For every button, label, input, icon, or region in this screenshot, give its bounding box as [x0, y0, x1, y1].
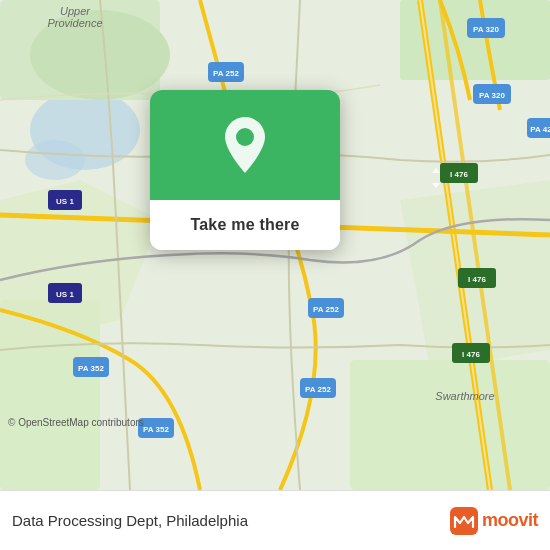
svg-text:I 476: I 476 [462, 350, 480, 359]
map-container: PA 252 PA 320 PA 320 PA 42 I 476 I 476 I… [0, 0, 550, 490]
svg-text:PA 252: PA 252 [213, 69, 239, 78]
svg-text:PA 320: PA 320 [479, 91, 505, 100]
svg-text:PA 320: PA 320 [473, 25, 499, 34]
location-text: Data Processing Dept, Philadelphia [12, 512, 248, 529]
svg-text:PA 352: PA 352 [143, 425, 169, 434]
svg-text:I 476: I 476 [468, 275, 486, 284]
svg-text:PA 252: PA 252 [313, 305, 339, 314]
svg-text:I 476: I 476 [450, 170, 468, 179]
take-me-there-button[interactable]: Take me there [150, 200, 340, 250]
svg-text:PA 42: PA 42 [530, 125, 550, 134]
attribution-text: © OpenStreetMap contributors [8, 417, 144, 428]
svg-text:Swarthmore: Swarthmore [435, 390, 494, 402]
svg-point-46 [236, 128, 254, 146]
moovit-logo: moovit [450, 507, 538, 535]
moovit-label: moovit [482, 510, 538, 531]
attribution: © OpenStreetMap contributors [8, 417, 144, 428]
location-pin-icon [220, 115, 270, 175]
svg-text:US 1: US 1 [56, 290, 74, 299]
bottom-bar: Data Processing Dept, Philadelphia moovi… [0, 490, 550, 550]
svg-text:PA 352: PA 352 [78, 364, 104, 373]
moovit-brand-icon [450, 507, 478, 535]
svg-text:Upper: Upper [60, 5, 91, 17]
popup-green-top [150, 90, 340, 200]
svg-text:US 1: US 1 [56, 197, 74, 206]
svg-text:Providence: Providence [47, 17, 102, 29]
svg-text:PA 252: PA 252 [305, 385, 331, 394]
svg-rect-5 [350, 360, 550, 490]
svg-point-2 [25, 140, 85, 180]
popup-card: Take me there [150, 90, 340, 250]
